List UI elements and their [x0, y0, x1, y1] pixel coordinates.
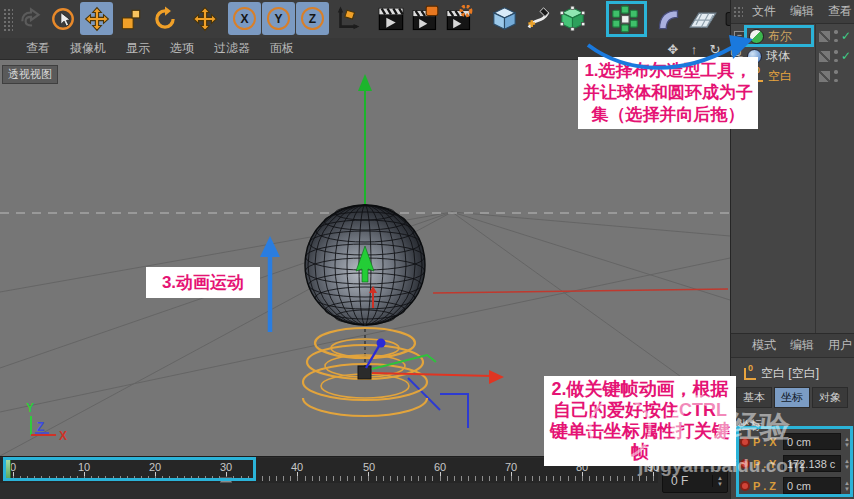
object-name-null[interactable]: 空白: [768, 68, 792, 85]
boolean-object-icon: [749, 29, 764, 44]
subdivision-surface-icon[interactable]: [556, 2, 589, 35]
object-manager-grip[interactable]: [732, 5, 743, 19]
bend-deformer-icon[interactable]: [652, 2, 685, 35]
top-toolbar: X Y Z: [0, 0, 730, 39]
coord-input-pz[interactable]: 0 cm: [783, 477, 841, 494]
rotate-tool[interactable]: [148, 2, 181, 35]
coord-label-pz: P . Z: [753, 480, 780, 492]
object-manager-menubar: 文件 编辑 查看: [731, 0, 854, 24]
visibility-dots[interactable]: [834, 30, 838, 42]
array-modeling-tool-icon[interactable]: [608, 2, 641, 35]
helix-gizmo[interactable]: [358, 339, 504, 385]
cinema4d-window: X Y Z: [0, 0, 854, 499]
annotation-note-2: 2.做关键帧动画，根据自己的爱好按住CTRL键单击坐标属性打关键帧: [544, 376, 736, 466]
coord-row-py: P . Y 172.138 c ▲▼: [740, 455, 850, 472]
move-tool[interactable]: [80, 2, 113, 35]
orbit-view-icon[interactable]: ↻: [708, 42, 722, 57]
coord-label-py: P . Y: [753, 458, 780, 470]
move-axis-tool[interactable]: [188, 2, 221, 35]
lock-y-axis-button[interactable]: Y: [262, 2, 295, 35]
axis-indicator: Y X Z: [26, 401, 67, 443]
attribute-tabs: 基本 坐标 对象: [736, 387, 854, 408]
axis-x-label: X: [240, 12, 248, 26]
coord-row-pz: P . Z 0 cm ▲▼: [740, 477, 850, 494]
motion-annotation-arrow: [260, 236, 280, 332]
pan-view-icon[interactable]: ✥: [666, 42, 680, 57]
object-name-sphere[interactable]: 球体: [766, 48, 790, 65]
am-menu-user[interactable]: 用户: [821, 337, 854, 354]
tab-basic[interactable]: 基本: [736, 387, 772, 408]
timeline-marker[interactable]: [220, 477, 232, 483]
attribute-object-header: 0 空白 [空白]: [738, 365, 854, 382]
keyframe-dot-z[interactable]: [740, 481, 750, 491]
coordinate-system-icon[interactable]: [330, 2, 363, 35]
coordinates-section-title[interactable]: 坐标: [738, 417, 854, 434]
live-selection-tool[interactable]: [46, 2, 79, 35]
attribute-manager-panel: 模式 编辑 用户 0 空白 [空白] 基本 坐标 对象 坐标 P . X 0 c…: [730, 333, 854, 499]
viewport-label[interactable]: 透视视图: [2, 65, 58, 84]
timeline-minor-ticks: [13, 476, 655, 481]
annotation-note-3: 3.动画运动: [146, 267, 260, 298]
null-object-icon: 0: [744, 368, 756, 380]
axis-y-label: Y: [274, 12, 282, 26]
current-frame-field[interactable]: 0 F ▲▼: [662, 469, 728, 493]
viewport-nav-controls: ✥ ↑ ↻ ▢: [666, 42, 743, 57]
undo-icon[interactable]: [14, 2, 47, 35]
axis-indicator-z: Z: [37, 420, 44, 434]
current-frame-value: 0 F: [663, 474, 712, 488]
add-primitive-cube-icon[interactable]: [488, 2, 521, 35]
coord-row-px: P . X 0 cm ▲▼: [740, 433, 850, 450]
tab-coordinates[interactable]: 坐标: [774, 387, 810, 408]
enable-check-icon[interactable]: ✓: [841, 29, 851, 43]
am-menu-edit[interactable]: 编辑: [783, 337, 821, 354]
layer-toggle[interactable]: [819, 31, 830, 42]
coord-label-px: P . X: [753, 436, 780, 448]
lock-z-axis-button[interactable]: Z: [296, 2, 329, 35]
spline-pen-icon[interactable]: [522, 2, 555, 35]
menu-options[interactable]: 选项: [160, 40, 204, 57]
menu-camera[interactable]: 摄像机: [60, 40, 116, 57]
coord-stepper-px[interactable]: ▲▼: [844, 436, 850, 448]
menu-display[interactable]: 显示: [116, 40, 160, 57]
coord-stepper-py[interactable]: ▲▼: [844, 458, 850, 470]
attribute-object-title: 空白 [空白]: [761, 365, 819, 382]
axis-indicator-y: Y: [26, 401, 34, 415]
om-menu-edit[interactable]: 编辑: [783, 3, 821, 20]
keyframe-dot-y[interactable]: [740, 459, 750, 469]
timeline-playhead[interactable]: [4, 459, 11, 481]
menu-panel[interactable]: 面板: [260, 40, 304, 57]
om-menu-file[interactable]: 文件: [745, 3, 783, 20]
render-settings-icon[interactable]: [442, 2, 475, 35]
tab-object[interactable]: 对象: [812, 387, 848, 408]
coord-input-px[interactable]: 0 cm: [783, 433, 841, 450]
keyframe-dot-x[interactable]: [740, 437, 750, 447]
attribute-manager-menubar: 模式 编辑 用户: [731, 334, 854, 358]
visibility-dots[interactable]: [834, 70, 838, 82]
z-axis-handle[interactable]: [408, 378, 468, 428]
render-view-icon[interactable]: [374, 2, 407, 35]
visibility-dots[interactable]: [834, 50, 838, 62]
object-name-boolean[interactable]: 布尔: [768, 28, 792, 45]
axis-indicator-x: X: [59, 429, 67, 443]
object-row-boolean[interactable]: − 布尔 ✓: [731, 26, 854, 46]
dolly-view-icon[interactable]: ↑: [687, 42, 701, 57]
coord-input-py[interactable]: 172.138 c: [783, 455, 841, 472]
collapse-icon[interactable]: −: [734, 31, 745, 42]
annotation-note-1: 1.选择布尔造型工具，并让球体和圆环成为子集（选择并向后拖）: [578, 57, 758, 129]
layer-toggle[interactable]: [819, 51, 830, 62]
enable-check-icon[interactable]: ✓: [841, 49, 851, 63]
menu-view[interactable]: 查看: [16, 40, 60, 57]
frame-stepper[interactable]: ▲▼: [712, 475, 727, 487]
maximize-view-icon[interactable]: ▢: [729, 42, 743, 57]
om-menu-view[interactable]: 查看: [821, 3, 854, 20]
menu-filter[interactable]: 过滤器: [204, 40, 260, 57]
coord-stepper-pz[interactable]: ▲▼: [844, 480, 850, 492]
lock-x-axis-button[interactable]: X: [228, 2, 261, 35]
toolbar-grip[interactable]: [2, 7, 13, 31]
render-picture-viewer-icon[interactable]: [408, 2, 441, 35]
scale-tool[interactable]: [114, 2, 147, 35]
layer-toggle[interactable]: [819, 71, 830, 82]
floor-icon[interactable]: [686, 2, 719, 35]
axis-z-label: Z: [309, 12, 316, 26]
am-menu-mode[interactable]: 模式: [745, 337, 783, 354]
